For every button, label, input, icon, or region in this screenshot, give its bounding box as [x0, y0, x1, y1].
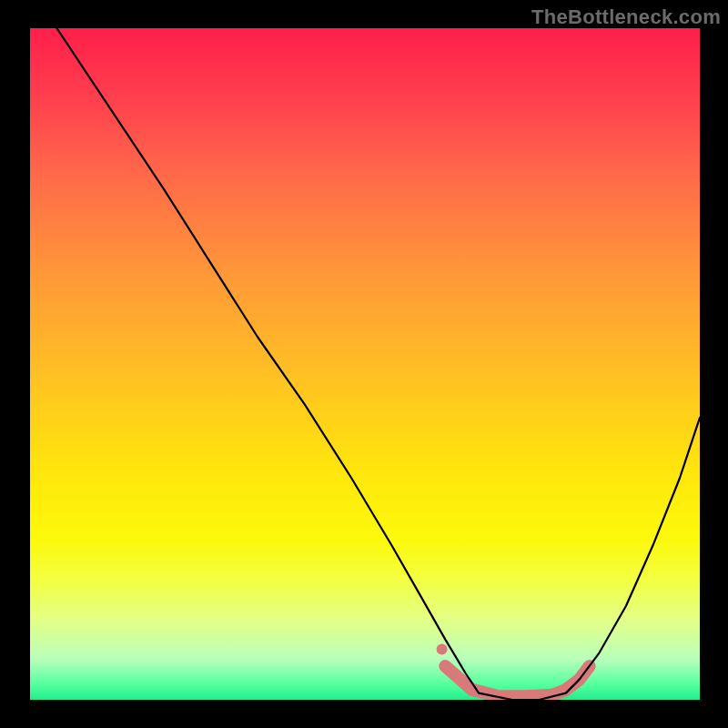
chart-svg [30, 28, 700, 700]
watermark-text: TheBottleneck.com [531, 5, 721, 29]
chart-plot-area [30, 28, 700, 700]
chart-frame: TheBottleneck.com [0, 0, 728, 728]
bottleneck-curve-path [56, 28, 700, 700]
left-marker-dot [437, 644, 448, 655]
